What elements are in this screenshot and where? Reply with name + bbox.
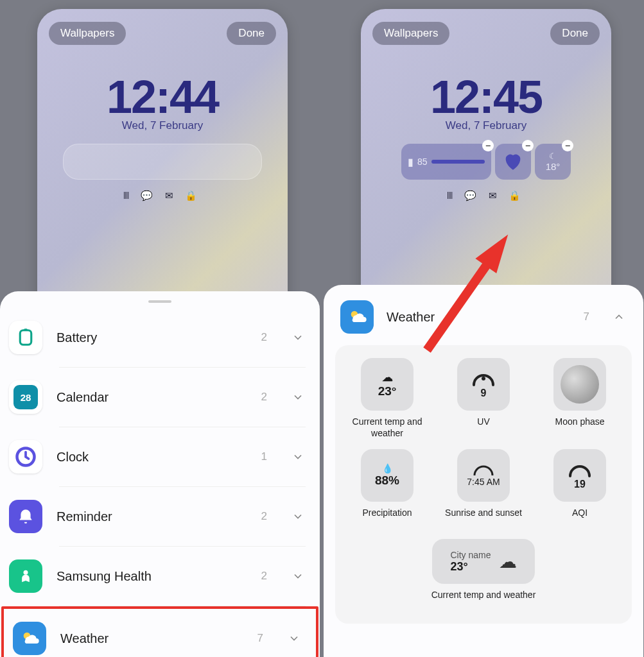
weather-icon: [340, 300, 374, 334]
widget-title: Current temp and weather: [431, 589, 536, 611]
clock-time[interactable]: 12:45: [361, 71, 611, 123]
clock-icon: [9, 440, 42, 474]
widget-option-moon[interactable]: Moon phase: [534, 358, 625, 439]
widget-title: Sunrise and sunset: [445, 507, 522, 529]
lock-widget-temperature[interactable]: − ☾ 18°: [535, 144, 571, 180]
category-weather[interactable]: Weather7: [4, 609, 316, 657]
done-button[interactable]: Done: [550, 22, 600, 45]
widget-slot-empty[interactable]: [63, 144, 262, 180]
sheet-title: Weather: [387, 310, 571, 325]
reminder-icon: [9, 500, 42, 533]
heart-icon: [502, 151, 524, 173]
calendar-icon: 28: [9, 380, 42, 414]
remove-widget-button[interactable]: −: [522, 140, 534, 151]
widget-title: Moon phase: [555, 416, 604, 438]
widget-tile: ☁23°: [361, 358, 413, 411]
wallpapers-button[interactable]: Wallpapers: [49, 22, 126, 45]
battery-icon: [9, 321, 42, 354]
widget-tile: 💧88%: [361, 449, 413, 502]
chevron-down-icon: [292, 450, 304, 463]
widget-option-ctw[interactable]: ☁23°Current temp and weather: [342, 358, 433, 439]
chevron-down-icon: [292, 570, 304, 583]
category-count: 1: [261, 450, 267, 463]
lock-widget-row: − ▮ 85 − − ☾ 18°: [361, 144, 611, 180]
category-count: 2: [261, 510, 267, 523]
lock-widget-battery[interactable]: − ▮ 85: [401, 144, 491, 180]
category-health[interactable]: Samsung Health2: [0, 547, 320, 606]
category-label: Battery: [57, 330, 247, 345]
widget-tile: 9: [457, 358, 510, 411]
category-battery[interactable]: Battery2: [0, 308, 320, 367]
remove-widget-button[interactable]: −: [562, 140, 573, 151]
clock-date: Wed, 7 February: [361, 119, 611, 132]
phone-right: Wallpapers Done 12:45 Wed, 7 February − …: [324, 0, 643, 657]
chevron-up-icon[interactable]: [613, 311, 625, 323]
done-button[interactable]: Done: [227, 22, 276, 45]
lock-widget-heart[interactable]: −: [495, 144, 531, 180]
clock-date: Wed, 7 February: [37, 119, 288, 132]
category-count: 2: [261, 331, 267, 344]
chevron-down-icon: [292, 331, 304, 344]
weather-widgets-sheet: Weather 7 ☁23°Current temp and weather9U…: [324, 285, 643, 657]
widget-title: AQI: [572, 507, 587, 529]
moon-icon: ☾: [549, 151, 557, 161]
phone-left: Wallpapers Done 12:44 Wed, 7 February ꘈ …: [0, 0, 320, 657]
svg-point-6: [482, 377, 485, 380]
chevron-down-icon: [292, 391, 304, 404]
category-count: 7: [257, 632, 263, 645]
svg-rect-1: [24, 328, 28, 330]
sheet-grabber[interactable]: [148, 300, 171, 303]
wallpapers-button[interactable]: Wallpapers: [372, 22, 449, 45]
widget-option-aqi[interactable]: 19AQI: [534, 449, 625, 529]
weather-icon: [13, 622, 46, 655]
svg-rect-0: [20, 330, 31, 345]
category-count: 2: [261, 391, 267, 404]
svg-point-3: [24, 570, 28, 575]
category-label: Samsung Health: [57, 569, 247, 584]
widget-title: UV: [477, 416, 489, 438]
clock-time[interactable]: 12:44: [37, 71, 288, 123]
category-label: Reminder: [57, 509, 247, 524]
category-reminder[interactable]: Reminder2: [0, 487, 320, 546]
chevron-down-icon: [292, 510, 304, 523]
category-clock[interactable]: Clock1: [0, 427, 320, 486]
widget-tile: 7:45 AM: [457, 449, 510, 502]
widget-tile: [553, 358, 606, 411]
category-calendar[interactable]: 28Calendar2: [0, 368, 320, 427]
category-count: 2: [261, 570, 267, 583]
remove-widget-button[interactable]: −: [482, 140, 494, 151]
notification-icons: ꘈ 💬 ✉ 🔒: [361, 190, 611, 201]
widget-tile: 19: [553, 449, 606, 502]
widget-title: Current temp and weather: [342, 416, 433, 439]
notification-icons: ꘈ 💬 ✉ 🔒: [37, 190, 288, 201]
widget-title: Precipitation: [362, 507, 412, 529]
health-icon: [9, 559, 42, 593]
widget-option-uv[interactable]: 9UV: [438, 358, 529, 439]
widget-count: 7: [584, 311, 589, 323]
category-label: Weather: [60, 631, 243, 646]
category-label: Clock: [57, 450, 247, 465]
category-label: Calendar: [57, 390, 247, 405]
widget-category-sheet: Battery228Calendar2Clock1Reminder2Samsun…: [0, 291, 320, 657]
cloud-icon: ☁: [499, 551, 517, 572]
widget-tile: City name23°☁: [432, 539, 535, 584]
widget-option-precip[interactable]: 💧88%Precipitation: [342, 449, 433, 529]
widget-option-sun[interactable]: 7:45 AMSunrise and sunset: [438, 449, 529, 529]
chevron-down-icon: [288, 632, 300, 645]
widget-option-city[interactable]: City name23°☁Current temp and weather: [342, 539, 625, 611]
